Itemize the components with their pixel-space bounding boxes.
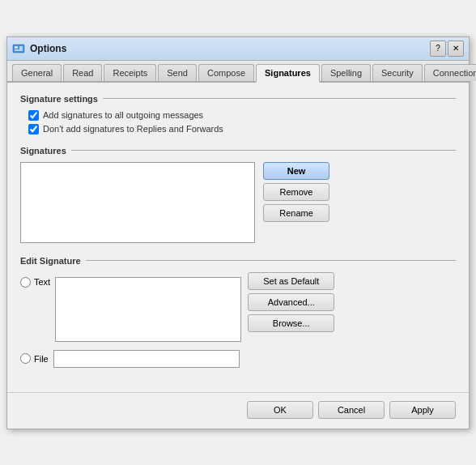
file-radio-label: File: [20, 353, 49, 364]
file-radio[interactable]: [20, 353, 31, 364]
tab-security[interactable]: Security: [372, 64, 423, 81]
close-button[interactable]: ✕: [448, 41, 464, 57]
signatures-header: Signatures: [20, 146, 456, 156]
ok-button[interactable]: OK: [247, 401, 313, 419]
text-radio-label: Text: [20, 277, 50, 288]
edit-signature-section: Edit Signature Text File: [20, 256, 456, 368]
tabs-row: General Read Receipts Send Compose Signa…: [7, 61, 469, 83]
tab-read[interactable]: Read: [63, 64, 102, 81]
advanced-button[interactable]: Advanced...: [248, 293, 334, 311]
signatures-list[interactable]: [20, 162, 255, 243]
tab-receipts[interactable]: Receipts: [104, 64, 156, 81]
dont-add-signatures-label: Don't add signatures to Replies and Forw…: [43, 124, 223, 134]
edit-section-layout: Text File Set as Default Advanced..: [20, 272, 456, 368]
edit-signature-header: Edit Signature: [20, 256, 456, 266]
apply-button[interactable]: Apply: [389, 401, 456, 419]
edit-right-buttons: Set as Default Advanced... Browse...: [248, 272, 334, 332]
content-area: Signature settings Add signatures to all…: [7, 83, 469, 379]
file-path-input[interactable]: [53, 350, 240, 368]
tab-connection[interactable]: Connection: [424, 64, 476, 81]
text-file-col: Text File: [20, 272, 241, 368]
rename-button[interactable]: Rename: [263, 204, 329, 222]
sig-buttons: New Remove Rename: [263, 162, 329, 222]
window-icon: [12, 42, 25, 55]
remove-button[interactable]: Remove: [263, 183, 329, 201]
browse-button[interactable]: Browse...: [248, 314, 334, 332]
add-signatures-label: Add signatures to all outgoing messages: [43, 110, 203, 120]
window-title: Options: [30, 43, 66, 54]
signatures-section: Signatures New Remove Rename: [20, 146, 456, 243]
options-window: Options ? ✕ General Read Receipts Send C…: [6, 36, 470, 429]
title-bar-controls: ? ✕: [430, 41, 464, 57]
add-signatures-checkbox[interactable]: [28, 110, 39, 121]
cancel-button[interactable]: Cancel: [318, 401, 385, 419]
text-radio[interactable]: [20, 277, 31, 288]
signatures-content: New Remove Rename: [20, 162, 456, 243]
checkbox-row-1: Add signatures to all outgoing messages: [20, 110, 456, 121]
tab-compose[interactable]: Compose: [198, 64, 254, 81]
svg-rect-1: [15, 46, 18, 49]
text-area[interactable]: [55, 277, 241, 342]
set-default-button[interactable]: Set as Default: [248, 272, 334, 290]
tab-signatures[interactable]: Signatures: [256, 64, 320, 83]
title-bar: Options ? ✕: [7, 37, 469, 61]
tab-general[interactable]: General: [12, 64, 62, 81]
file-row: File: [20, 350, 241, 368]
title-bar-left: Options: [12, 42, 66, 55]
dont-add-signatures-checkbox[interactable]: [28, 124, 39, 134]
new-button[interactable]: New: [263, 162, 329, 180]
footer-bar: OK Cancel Apply: [7, 392, 469, 429]
tab-spelling[interactable]: Spelling: [321, 64, 371, 81]
signature-settings-header: Signature settings: [20, 94, 456, 104]
help-button[interactable]: ?: [430, 41, 446, 57]
text-row: Text: [20, 277, 241, 342]
checkbox-row-2: Don't add signatures to Replies and Forw…: [20, 124, 456, 134]
tab-send[interactable]: Send: [158, 64, 197, 81]
